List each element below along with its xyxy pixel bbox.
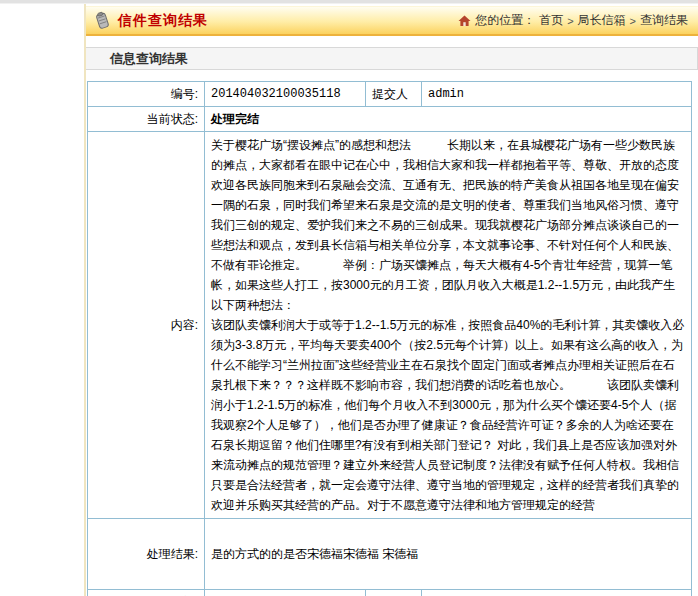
home-icon xyxy=(458,15,471,27)
page-title: 信件查询结果 xyxy=(118,12,208,30)
status-value: 处理完结 xyxy=(205,107,692,132)
table-row: 处理结果: 是的方式的的是否宋德福宋德福 宋德福 xyxy=(88,519,692,590)
section-title-bar: 信息查询结果 xyxy=(86,47,698,70)
title-left: 信件查询结果 xyxy=(92,11,208,31)
table-row: 编号: 201404032100035118 提交人 admin xyxy=(88,82,692,107)
submitter-label: 提交人 xyxy=(366,82,422,107)
content-label: 内容: xyxy=(88,132,205,519)
breadcrumb-link-home[interactable]: 首页 xyxy=(539,12,563,29)
breadcrumb: 您的位置： 首页 > 局长信箱 > 查询结果 xyxy=(458,12,688,29)
number-label: 编号: xyxy=(88,82,205,107)
title-bar: 信件查询结果 您的位置： 首页 > 局长信箱 > 查询结果 xyxy=(86,6,698,36)
breadcrumb-separator: > xyxy=(630,15,636,27)
result-value: 是的方式的的是否宋德福宋德福 宋德福 xyxy=(205,519,692,590)
result-label: 处理结果: xyxy=(88,519,205,590)
letter-icon xyxy=(92,11,112,31)
department-label: 处理部门: xyxy=(88,590,205,596)
content-value: 关于樱花广场“摆设摊点”的感想和想法 长期以来，在县城樱花广场有一些少数民族的摊… xyxy=(205,132,692,519)
main-content: 信件查询结果 您的位置： 首页 > 局长信箱 > 查询结果 信息查询结果 编号: xyxy=(84,4,698,596)
status-label: 当前状态: xyxy=(88,107,205,132)
submitter-value: admin xyxy=(422,82,692,107)
number-value: 201404032100035118 xyxy=(205,82,366,107)
table-row: 处理部门: 局长信箱 处理人 admin xyxy=(88,590,692,596)
handler-value: admin xyxy=(422,590,692,596)
result-table: 编号: 201404032100035118 提交人 admin 当前状态: 处… xyxy=(87,81,692,596)
breadcrumb-link-mailbox[interactable]: 局长信箱 xyxy=(578,12,626,29)
handler-label: 处理人 xyxy=(366,590,422,596)
table-row: 内容: 关于樱花广场“摆设摊点”的感想和想法 长期以来，在县城樱花广场有一些少数… xyxy=(88,132,692,519)
department-value: 局长信箱 xyxy=(205,590,366,596)
breadcrumb-link-result[interactable]: 查询结果 xyxy=(640,12,688,29)
table-row: 当前状态: 处理完结 xyxy=(88,107,692,132)
breadcrumb-separator: > xyxy=(567,15,573,27)
section-title: 信息查询结果 xyxy=(110,51,188,66)
breadcrumb-prefix: 您的位置： xyxy=(475,12,535,29)
